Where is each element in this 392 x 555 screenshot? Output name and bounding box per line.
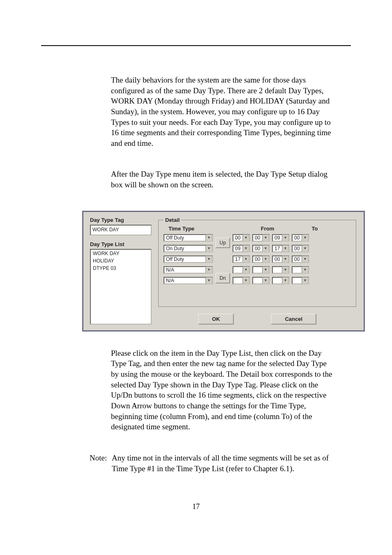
chevron-down-icon: ▼ [282,245,288,252]
chevron-down-icon: ▼ [262,267,269,273]
to-min-select[interactable]: ▼ [292,266,309,274]
chevron-down-icon: ▼ [242,267,249,273]
from-hour-select[interactable]: ▼ [233,266,250,274]
time-type-select[interactable]: N/A▼ [164,266,213,274]
to-hour-select[interactable]: 09▼ [272,234,289,242]
chevron-down-icon: ▼ [282,277,288,284]
paragraph-2: After the Day Type menu item is selected… [111,169,334,190]
from-hour-select[interactable]: ▼ [233,277,250,284]
list-item[interactable]: HOLIDAY [91,257,151,265]
chevron-down-icon: ▼ [242,235,249,241]
to-hour-select[interactable]: ▼ [272,266,289,274]
header-time-type: Time Type [168,226,222,232]
chevron-down-icon: ▼ [205,256,212,263]
day-type-list-label: Day Type List [90,241,152,247]
chevron-down-icon: ▼ [205,267,212,273]
chevron-down-icon: ▼ [282,235,288,241]
time-type-select[interactable]: Off Duty▼ [164,256,213,263]
to-min-select[interactable]: 00▼ [292,256,309,263]
chevron-down-icon: ▼ [205,277,212,284]
cancel-button[interactable]: Cancel [271,313,316,325]
day-type-setup-dialog: Day Type Tag WORK DAY Day Type List WORK… [82,211,365,332]
chevron-down-icon: ▼ [282,267,288,273]
detail-legend: Detail [164,217,181,223]
chevron-down-icon: ▼ [262,256,269,263]
from-min-select[interactable]: ▼ [252,277,270,284]
note-block: Note: Any time not in the intervals of a… [90,453,334,474]
chevron-down-icon: ▼ [302,245,308,252]
to-min-select[interactable]: 00▼ [292,245,309,252]
page-number: 17 [41,502,351,511]
chevron-down-icon: ▼ [262,277,269,284]
chevron-down-icon: ▼ [205,235,212,241]
ok-button[interactable]: OK [198,313,234,325]
chevron-down-icon: ▼ [282,256,288,263]
paragraph-3: Please click on the item in the Day Type… [111,348,334,432]
horizontal-rule [41,45,351,46]
chevron-down-icon: ▼ [262,235,269,241]
chevron-down-icon: ▼ [302,267,308,273]
time-type-select[interactable]: N/A▼ [164,277,213,284]
list-item[interactable]: WORK DAY [91,250,151,257]
from-hour-select[interactable]: 09▼ [233,245,250,252]
time-type-select[interactable]: Off Duty▼ [164,234,213,242]
from-min-select[interactable]: 00▼ [252,234,270,242]
note-text: Any time not in the intervals of all the… [112,453,334,474]
to-hour-select[interactable]: 17▼ [272,245,289,252]
from-min-select[interactable]: ▼ [252,266,270,274]
day-type-tag-label: Day Type Tag [90,217,152,223]
paragraph-1: The daily behaviors for the system are t… [111,75,334,148]
up-button[interactable]: Up [215,237,230,248]
chevron-down-icon: ▼ [205,245,212,252]
from-hour-select[interactable]: 17▼ [233,256,250,263]
from-min-select[interactable]: 00▼ [252,245,270,252]
to-min-select[interactable]: ▼ [292,277,309,284]
chevron-down-icon: ▼ [242,256,249,263]
chevron-down-icon: ▼ [302,256,308,263]
chevron-down-icon: ▼ [302,235,308,241]
header-from: From [241,226,294,232]
detail-groupbox: Detail Time Type From To Off Duty▼ On Du… [158,217,356,307]
chevron-down-icon: ▼ [302,277,308,284]
time-type-select[interactable]: On Duty▼ [164,245,213,252]
chevron-down-icon: ▼ [242,245,249,252]
dn-button[interactable]: Dn [215,273,230,283]
to-hour-select[interactable]: 00▼ [272,256,289,263]
from-hour-select[interactable]: 00▼ [233,234,250,242]
chevron-down-icon: ▼ [262,245,269,252]
note-label: Note: [90,453,112,474]
day-type-list[interactable]: WORK DAY HOLIDAY DTYPE 03 [90,249,152,325]
chevron-down-icon: ▼ [242,277,249,284]
to-min-select[interactable]: 00▼ [292,234,309,242]
header-to: To [294,226,335,232]
from-min-select[interactable]: 00▼ [252,256,270,263]
to-hour-select[interactable]: ▼ [272,277,289,284]
list-item[interactable]: DTYPE 03 [91,265,151,272]
day-type-tag-input[interactable]: WORK DAY [90,225,152,235]
